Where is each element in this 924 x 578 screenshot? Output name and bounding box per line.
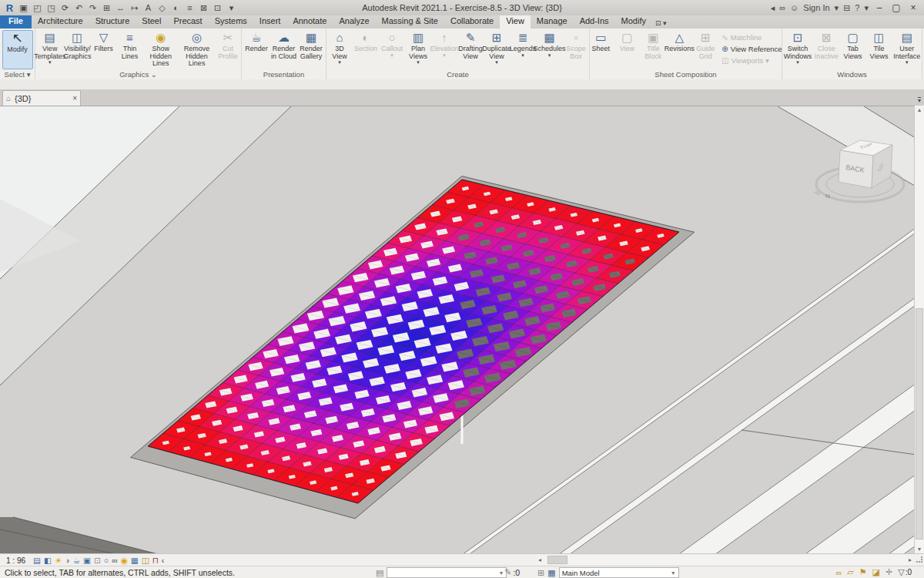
horizontal-scrollbar-thumb[interactable] — [547, 556, 567, 564]
signin-label[interactable]: Sign In — [803, 3, 829, 12]
text-icon[interactable]: A — [142, 3, 155, 12]
visibility-graphics-button[interactable]: ◫Visibility/ Graphics — [64, 30, 90, 60]
save-icon[interactable]: ◳ — [45, 3, 58, 13]
render-button[interactable]: ☕Render — [243, 30, 270, 53]
ribbon-tab-modify[interactable]: Modify — [615, 15, 652, 29]
measure-icon[interactable]: ↔ — [114, 3, 127, 12]
highlight-displacement-sets-icon[interactable]: ◫ — [142, 555, 149, 566]
contextual-panel-icon[interactable]: ⊡ ▾ — [652, 19, 671, 29]
ribbon-tab-annotate[interactable]: Annotate — [286, 15, 333, 29]
drafting-view-button[interactable]: ✎Drafting View — [457, 30, 484, 60]
horizontal-scrollbar[interactable]: ◂ ▸ — [537, 555, 912, 565]
view-templates-button[interactable]: ▤View Templates▾ — [35, 30, 64, 65]
show-hidden-lines-button[interactable]: ◉Show Hidden Lines — [142, 30, 179, 68]
select-pinned-elements-icon[interactable]: ⚑ — [859, 567, 867, 577]
tab-views-button[interactable]: ▢Tab Views — [840, 30, 866, 60]
resize-grip[interactable] — [916, 556, 922, 563]
user-icon[interactable]: ☺ — [790, 3, 798, 12]
ribbon-tab-manage[interactable]: Manage — [531, 15, 574, 29]
scroll-up-icon[interactable]: ▴ — [915, 106, 924, 113]
shadows-icon[interactable]: ◑ — [65, 555, 69, 566]
drawing-area-3d-view[interactable]: BACKTOPRIGHTN — [0, 106, 924, 553]
modify-button[interactable]: ↖Modify — [2, 30, 33, 69]
redo-icon[interactable]: ↷ — [86, 3, 99, 13]
signin-caret-icon[interactable]: ▾ — [835, 3, 839, 13]
ribbon-tab-view[interactable]: View — [500, 15, 531, 29]
filters-button[interactable]: ▽Filters — [90, 30, 116, 53]
collapse-bar-icon[interactable]: ‹ — [162, 555, 165, 566]
schedules-button[interactable]: ▦Schedules▾ — [536, 30, 563, 58]
select-elements-by-face-icon[interactable]: ◪ — [872, 567, 880, 577]
worksets-icon[interactable]: ▤ — [376, 568, 383, 578]
temporary-view-properties-icon[interactable]: ▦ — [131, 555, 139, 566]
scroll-left-icon[interactable]: ◂ — [538, 555, 541, 565]
sun-path-icon[interactable]: ☀ — [55, 555, 62, 566]
crop-view-icon[interactable]: ▣ — [83, 555, 91, 566]
view-reference-button[interactable]: ⊕View Reference — [721, 43, 782, 54]
ribbon-state-toggle-icon[interactable]: ▾ — [918, 97, 921, 103]
reveal-hidden-elements-icon[interactable]: ◉ — [121, 555, 128, 566]
default-3d-view-icon[interactable]: ◇ — [156, 3, 169, 13]
ribbon-tab-analyze[interactable]: Analyze — [333, 15, 375, 29]
panel-collapse-icon[interactable]: ◂ — [771, 3, 775, 13]
select-links-icon[interactable]: ∞ — [835, 568, 842, 577]
plan-views-button[interactable]: ▥Plan Views▾ — [405, 30, 431, 65]
ribbon-tab-steel[interactable]: Steel — [136, 15, 167, 29]
close-button[interactable]: × — [907, 2, 919, 13]
select-underlay-elements-icon[interactable]: ▱ — [847, 567, 853, 577]
design-options-icon[interactable]: ⊞ — [537, 568, 544, 578]
help-caret-icon[interactable]: ▾ — [864, 3, 869, 13]
ribbon-tab-massing-site[interactable]: Massing & Site — [376, 15, 444, 29]
revisions-button[interactable]: △Revisions — [666, 30, 692, 53]
ribbon-tab-file[interactable]: File — [0, 15, 32, 29]
temporary-hide-isolate-icon[interactable]: ∞ — [112, 555, 118, 566]
section-icon[interactable]: ◐ — [169, 3, 182, 12]
vertical-scrollbar-thumb[interactable] — [916, 308, 923, 539]
detail-level-icon[interactable]: ▤ — [33, 555, 41, 566]
editing-requests-icon[interactable]: ✎ — [504, 567, 511, 577]
ribbon-tab-collaborate[interactable]: Collaborate — [444, 15, 500, 29]
ribbon-tab-insert[interactable]: Insert — [253, 15, 287, 29]
search-icon[interactable]: ∞ — [779, 3, 785, 12]
thin-lines-button[interactable]: ≡Thin Lines — [116, 30, 142, 60]
store-icon[interactable]: ⊟ — [843, 3, 850, 13]
ribbon-tab-precast[interactable]: Precast — [167, 15, 208, 29]
aligned-dimension-icon[interactable]: ↦ — [128, 3, 141, 13]
reveal-constraints-icon[interactable]: ⊓ — [152, 555, 159, 566]
render-in-cloud-button[interactable]: ☁Render in Cloud — [270, 30, 298, 60]
sync-with-central-icon[interactable]: ⟳ — [59, 3, 72, 13]
ribbon-tab-systems[interactable]: Systems — [209, 15, 253, 29]
close-hidden-windows-icon[interactable]: ⊠ — [197, 3, 210, 13]
open-icon[interactable]: ◰ — [31, 3, 44, 13]
visual-style-icon[interactable]: ◧ — [44, 555, 52, 566]
rendering-dialog-icon[interactable]: ☕ — [73, 555, 80, 566]
legends-button[interactable]: ≣Legends▾ — [510, 30, 536, 58]
maximize-button[interactable]: ▢ — [890, 2, 902, 13]
duplicate-view-button[interactable]: ⊞Duplicate View▾ — [484, 30, 510, 65]
ribbon-tab-add-ins[interactable]: Add-Ins — [574, 15, 615, 29]
design-option-dropdown[interactable]: Main Model ▼ — [559, 567, 679, 578]
user-interface-button[interactable]: ▤User Interface▾ — [892, 30, 922, 65]
view-tab-3d[interactable]: ⌂ {3D} × — [2, 90, 81, 106]
qat-customize-icon[interactable]: ▾ — [225, 3, 238, 13]
vertical-scrollbar[interactable]: ▴ ▾ — [914, 106, 924, 553]
filter-icon[interactable]: ▽ — [898, 567, 904, 577]
3d-view-button[interactable]: ⌂3D View▾ — [326, 30, 353, 65]
active-workset-dropdown[interactable]: ▼ — [387, 567, 507, 578]
remove-hidden-lines-button[interactable]: ◎Remove Hidden Lines — [179, 30, 215, 68]
sheet-button[interactable]: ▭Sheet — [588, 30, 614, 53]
minimize-button[interactable]: – — [873, 2, 886, 13]
ribbon-tab-structure[interactable]: Structure — [89, 15, 136, 29]
switch-windows-icon[interactable]: ⊡ — [211, 3, 224, 13]
tile-views-button[interactable]: ◫Tile Views — [866, 30, 892, 60]
ribbon-tab-architecture[interactable]: Architecture — [32, 15, 89, 29]
scroll-right-icon[interactable]: ▸ — [909, 555, 912, 565]
revit-logo[interactable]: R — [3, 2, 16, 14]
render-gallery-button[interactable]: ▦Render Gallery — [298, 30, 324, 60]
switch-windows-button[interactable]: ⊡Switch Windows▾ — [782, 30, 813, 65]
undo-icon[interactable]: ↶ — [72, 3, 85, 13]
show-crop-region-icon[interactable]: ⊡ — [94, 555, 101, 566]
print-icon[interactable]: ⊞ — [100, 3, 113, 13]
scroll-down-icon[interactable]: ▾ — [915, 546, 924, 553]
file-document-icon[interactable]: ▣ — [17, 3, 30, 13]
